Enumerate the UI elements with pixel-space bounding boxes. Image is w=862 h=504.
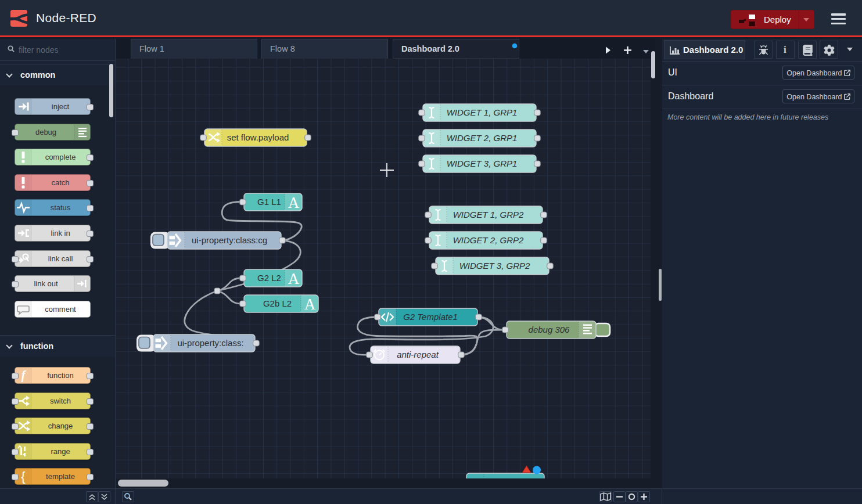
svg-text:WIDGET 1, GRP1: WIDGET 1, GRP1 bbox=[447, 107, 518, 117]
svg-text:G2 L2: G2 L2 bbox=[257, 273, 281, 283]
svg-text:WIDGET 3, GRP1: WIDGET 3, GRP1 bbox=[447, 159, 518, 168]
svg-text:f: f bbox=[21, 369, 27, 382]
svg-text:WIDGET 3, GRP2: WIDGET 3, GRP2 bbox=[459, 261, 530, 271]
svg-text:ui-property:class:cg: ui-property:class:cg bbox=[192, 235, 267, 245]
svg-text:G2b L2: G2b L2 bbox=[263, 298, 292, 308]
svg-text:ui-property:class:: ui-property:class: bbox=[177, 338, 243, 348]
svg-text:WIDGET 2, GRP2: WIDGET 2, GRP2 bbox=[453, 235, 524, 245]
svg-text:G2 Template1: G2 Template1 bbox=[403, 312, 458, 322]
svg-text:{: { bbox=[21, 469, 25, 484]
svg-text:A: A bbox=[304, 296, 316, 313]
svg-text:A: A bbox=[288, 194, 300, 211]
svg-text:G1 L1: G1 L1 bbox=[257, 197, 281, 207]
svg-text:WIDGET 1, GRP2: WIDGET 1, GRP2 bbox=[453, 210, 524, 219]
svg-text:anti-repeat: anti-repeat bbox=[397, 350, 439, 359]
svg-text:A: A bbox=[288, 270, 300, 287]
svg-text:WIDGET 2, GRP1: WIDGET 2, GRP1 bbox=[447, 133, 518, 143]
svg-text:set flow.payload: set flow.payload bbox=[227, 132, 289, 142]
svg-text:debug 306: debug 306 bbox=[529, 325, 570, 334]
